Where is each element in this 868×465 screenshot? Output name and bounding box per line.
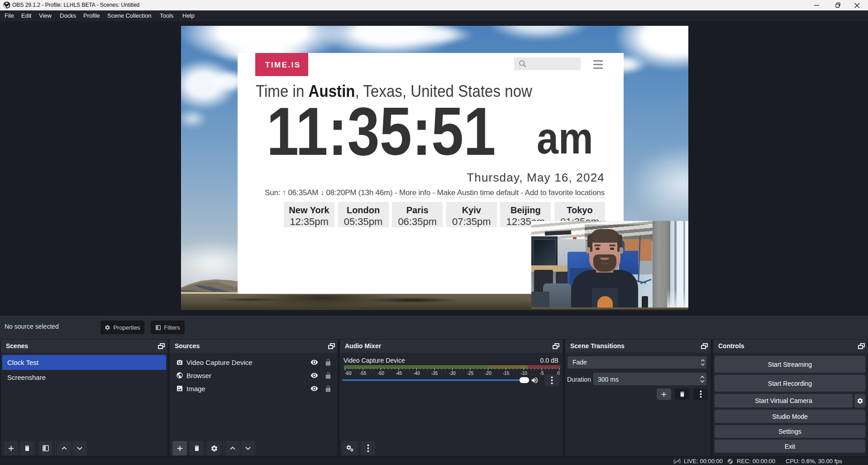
svg-text:-45: -45 [396, 371, 402, 375]
svg-text:-50: -50 [377, 371, 384, 375]
svg-text:-10: -10 [520, 371, 527, 375]
svg-text:-55: -55 [360, 371, 367, 375]
svg-text:-25: -25 [467, 371, 474, 375]
svg-text:-20: -20 [485, 371, 491, 375]
svg-text:-60: -60 [345, 371, 352, 375]
svg-text:-40: -40 [413, 371, 420, 375]
svg-text:-30: -30 [449, 371, 456, 375]
svg-text:-15: -15 [503, 371, 510, 375]
svg-text:-35: -35 [431, 371, 438, 375]
svg-text:-5: -5 [540, 371, 544, 375]
